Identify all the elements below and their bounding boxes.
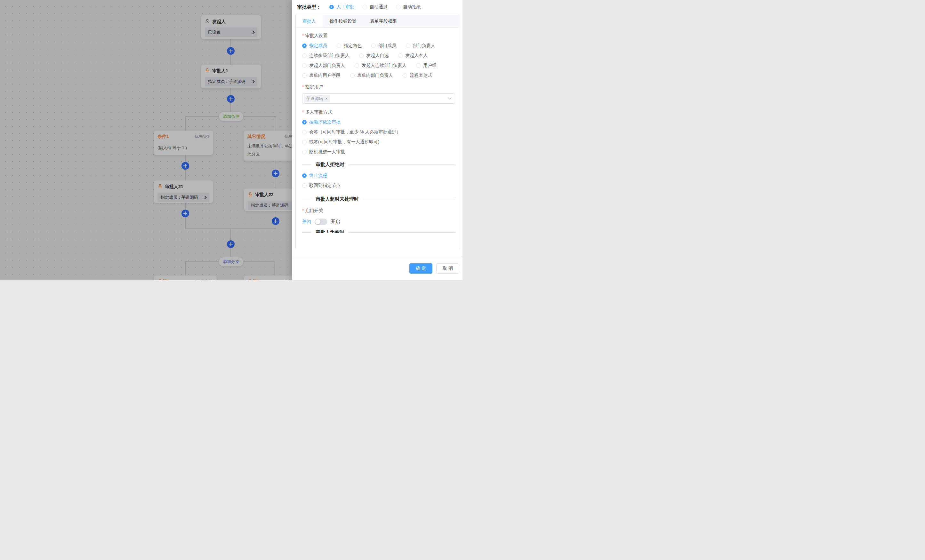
radio-icon [416, 63, 420, 68]
chevron-down-icon [448, 96, 451, 99]
radio-dept-leader[interactable]: 部门负责人 [406, 43, 435, 49]
radio-random-one[interactable]: 随机挑选一人审批 [302, 149, 345, 155]
radio-icon [302, 53, 307, 58]
radio-orsign[interactable]: 或签(可同时审批，有一人通过即可) [302, 139, 379, 145]
radio-icon [363, 5, 367, 9]
radio-icon [302, 44, 307, 48]
radio-sequential[interactable]: 按顺序依次审批 [302, 119, 340, 125]
tab-approver[interactable]: 审批人 [296, 15, 323, 27]
tabs-header: 审批人 操作按钮设置 表单字段权限 [296, 15, 459, 28]
approval-type-row: 审批类型： 人工审批 自动通过 自动拒绝 [292, 0, 462, 14]
empty-section-divider: 审批人为空时 [302, 229, 455, 233]
selected-user-tag: 芋道源码 × [304, 95, 330, 102]
empty-section-title: 审批人为空时 [316, 229, 344, 233]
confirm-button[interactable]: 确 定 [409, 263, 432, 274]
reject-section-divider: 审批人拒绝时 [302, 162, 455, 168]
reject-radio-group: 终止流程 驳回到指定节点 [302, 173, 455, 188]
radio-initiator-self[interactable]: 发起人本人 [398, 53, 428, 59]
approver-settings-drawer: 审批类型： 人工审批 自动通过 自动拒绝 审批人 操作按钮设置 表单字段权限 审… [292, 0, 462, 280]
radio-countersign[interactable]: 会签（可同时审批，至少 % 人必须审批通过） [302, 129, 401, 135]
switch-off-label: 关闭 [302, 219, 311, 225]
approval-flow-designer: 发起人 已设置 审批人1 指定成员：芋道源码 [0, 0, 462, 280]
enable-switch-label: 启用开关 [302, 208, 455, 214]
radio-icon [302, 150, 307, 154]
radio-icon [302, 63, 307, 68]
radio-initiator-choose[interactable]: 发起人自选 [359, 53, 389, 59]
switch-knob [315, 219, 320, 224]
radio-form-dept-leader[interactable]: 表单内部门负责人 [350, 73, 393, 78]
radio-icon [337, 44, 341, 48]
timeout-enable-switch[interactable] [315, 218, 327, 225]
settings-tabs-card: 审批人 操作按钮设置 表单字段权限 审批人设置 指定成员 指定角色 [295, 15, 459, 250]
radio-icon [371, 44, 376, 48]
radio-form-user-field[interactable]: 表单内用户字段 [302, 73, 340, 78]
radio-icon [359, 53, 364, 58]
radio-initiator-dept-leader[interactable]: 发起人部门负责人 [302, 63, 345, 68]
approver-setting-radio-group: 指定成员 指定角色 部门成员 部门负责人 [302, 43, 450, 78]
radio-icon [302, 184, 307, 188]
assign-user-select[interactable]: 芋道源码 × [302, 93, 455, 104]
radio-auto-approve[interactable]: 自动通过 [363, 4, 387, 10]
multi-approve-label: 多人审批方式 [302, 110, 455, 115]
radio-icon [302, 120, 307, 125]
assign-user-label: 指定用户 [302, 84, 455, 90]
flow-canvas[interactable]: 发起人 已设置 审批人1 指定成员：芋道源码 [0, 0, 292, 280]
radio-assigned-member[interactable]: 指定成员 [302, 43, 327, 49]
radio-icon [396, 5, 401, 9]
approver-setting-label: 审批人设置 [302, 33, 455, 39]
radio-icon [403, 73, 407, 78]
reject-section-title: 审批人拒绝时 [316, 162, 344, 168]
tag-remove-icon[interactable]: × [325, 96, 328, 101]
radio-icon [302, 130, 307, 134]
approval-type-label: 审批类型： [297, 4, 321, 10]
radio-auto-reject[interactable]: 自动拒绝 [396, 4, 421, 10]
radio-return-to-node[interactable]: 驳回到指定节点 [302, 183, 340, 188]
radio-dept-member[interactable]: 部门成员 [371, 43, 396, 49]
radio-multi-level-dept-leader[interactable]: 连续多级部门负责人 [302, 53, 350, 59]
radio-icon [350, 73, 355, 78]
radio-terminate-flow[interactable]: 终止流程 [302, 173, 327, 179]
radio-icon [302, 173, 307, 178]
drawer-backdrop[interactable] [0, 0, 292, 280]
tab-form-field-permission[interactable]: 表单字段权限 [363, 15, 404, 27]
radio-icon [406, 44, 410, 48]
cancel-button[interactable]: 取 消 [436, 263, 459, 274]
radio-icon [398, 53, 403, 58]
radio-initiator-multi-dept-leader[interactable]: 发起人连续部门负责人 [355, 63, 407, 68]
radio-assigned-role[interactable]: 指定角色 [337, 43, 362, 49]
radio-icon [329, 5, 334, 9]
timeout-section-divider: 审批人超时未处理时 [302, 196, 455, 202]
drawer-footer: 确 定 取 消 [292, 257, 462, 280]
radio-icon [355, 63, 359, 68]
radio-user-group[interactable]: 用户组 [416, 63, 437, 68]
radio-manual-approval[interactable]: 人工审批 [329, 4, 354, 10]
tab-button-settings[interactable]: 操作按钮设置 [323, 15, 363, 27]
timeout-switch-row: 关闭 开启 [302, 218, 455, 225]
timeout-section-title: 审批人超时未处理时 [316, 196, 359, 202]
switch-on-label: 开启 [331, 219, 340, 225]
radio-icon [302, 73, 307, 78]
radio-flow-expression[interactable]: 流程表达式 [403, 73, 432, 78]
tab-body-approver: 审批人设置 指定成员 指定角色 部门成员 [296, 28, 459, 233]
clipped-section: 审批人为空时 [302, 229, 455, 233]
multi-approve-radio-group: 按顺序依次审批 会签（可同时审批，至少 % 人必须审批通过） 或签(可同时审批，… [302, 119, 455, 155]
radio-icon [302, 140, 307, 145]
